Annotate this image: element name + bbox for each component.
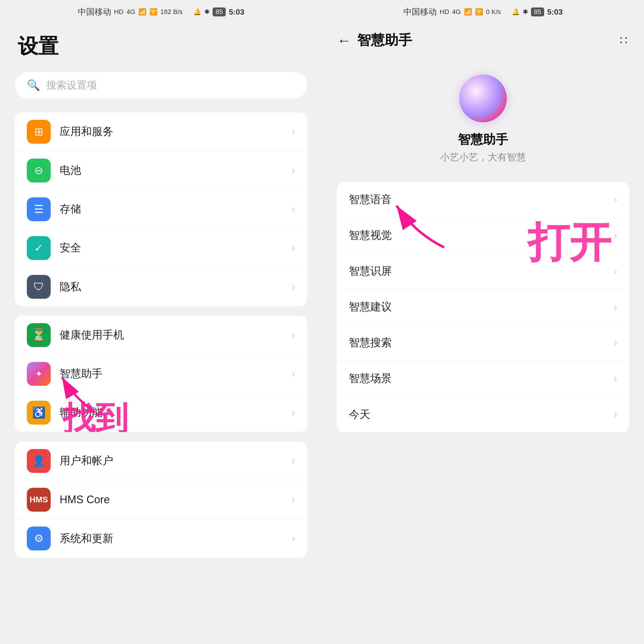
settings-item-assistant[interactable]: ✦ 智慧助手 ›	[15, 354, 307, 393]
voice-label: 智慧语音	[349, 192, 614, 207]
assistant-orb	[459, 75, 507, 122]
left-status-text: 中国移动HD 4G 📶 🛜 182 B/s 🔔 ✱ 85 5:03	[78, 6, 244, 18]
back-icon: ←	[337, 32, 351, 49]
battery-chevron: ›	[292, 164, 295, 177]
privacy-icon: 🛡	[27, 275, 51, 299]
vision-label: 智慧视觉	[349, 228, 614, 243]
today-label: 今天	[349, 407, 614, 422]
hms-chevron: ›	[292, 493, 295, 506]
assistant-icon: ✦	[27, 362, 51, 386]
back-button[interactable]: ←	[337, 32, 351, 49]
more-icon: ∷	[620, 34, 629, 47]
right-nav: ← 智慧助手 ∷	[322, 24, 644, 57]
security-label: 安全	[60, 241, 292, 255]
today-chevron: ›	[614, 408, 617, 421]
assistant-chevron: ›	[292, 368, 295, 380]
more-button[interactable]: ∷	[620, 33, 629, 47]
vision-chevron: ›	[614, 229, 617, 242]
apps-chevron: ›	[292, 126, 295, 138]
right-status-text: 中国移动HD 4G 📶 🛜 0 K/s 🔔 ✱ 85 5:03	[403, 6, 563, 18]
scene-label: 智慧场景	[349, 371, 614, 386]
system-label: 系统和更新	[60, 531, 292, 546]
account-chevron: ›	[292, 455, 295, 467]
account-icon: 👤	[27, 449, 51, 473]
settings-item-battery[interactable]: ⊖ 电池 ›	[15, 151, 307, 190]
scene-chevron: ›	[614, 372, 617, 385]
assistant-hero: 智慧助手 小艺小艺，大有智慧	[322, 57, 644, 179]
menu-item-voice[interactable]: 智慧语音 ›	[337, 182, 629, 218]
settings-group-1: ⊞ 应用和服务 › ⊖ 电池 › ☰ 存储 › ✓ 安全 ›	[15, 112, 307, 306]
apps-icon: ⊞	[27, 120, 51, 144]
menu-item-scene[interactable]: 智慧场景 ›	[337, 361, 629, 397]
screen-label: 智慧识屏	[349, 264, 614, 278]
menu-item-search[interactable]: 智慧搜索 ›	[337, 325, 629, 361]
apps-label: 应用和服务	[60, 124, 292, 139]
right-panel: 中国移动HD 4G 📶 🛜 0 K/s 🔔 ✱ 85 5:03 ← 智慧助手 ∷…	[322, 0, 644, 644]
accessibility-icon: ♿	[27, 401, 51, 425]
search-placeholder: 搜索设置项	[46, 78, 97, 92]
settings-item-privacy[interactable]: 🛡 隐私 ›	[15, 267, 307, 306]
assistant-hero-subtitle: 小艺小艺，大有智慧	[440, 151, 526, 164]
privacy-chevron: ›	[292, 281, 295, 293]
settings-item-hms[interactable]: HMS HMS Core ›	[15, 480, 307, 519]
system-chevron: ›	[292, 532, 295, 545]
accessibility-chevron: ›	[292, 406, 295, 419]
health-chevron: ›	[292, 329, 295, 341]
settings-item-accessibility[interactable]: ♿ 辅助功能 ›	[15, 393, 307, 432]
settings-item-account[interactable]: 👤 用户和帐户 ›	[15, 442, 307, 480]
settings-item-health[interactable]: ⏳ 健康使用手机 ›	[15, 316, 307, 354]
right-nav-title: 智慧助手	[357, 31, 412, 49]
left-panel: 中国移动HD 4G 📶 🛜 182 B/s 🔔 ✱ 85 5:03 设置 🔍 搜…	[0, 0, 322, 644]
security-chevron: ›	[292, 242, 295, 254]
hms-text: HMS	[30, 495, 48, 504]
battery-label: 电池	[60, 163, 292, 178]
health-label: 健康使用手机	[60, 328, 292, 342]
search-label: 智慧搜索	[349, 335, 614, 350]
storage-label: 存储	[60, 202, 292, 216]
assistant-menu: 打开 智慧语音 › 智慧视觉 › 智慧识屏 › 智慧建议 › 智慧搜索	[337, 182, 629, 432]
search-bar[interactable]: 🔍 搜索设置项	[15, 72, 307, 99]
security-icon: ✓	[27, 236, 51, 260]
system-icon: ⚙	[27, 527, 51, 550]
screen-chevron: ›	[614, 265, 617, 278]
health-icon: ⏳	[27, 323, 51, 347]
right-status-bar: 中国移动HD 4G 📶 🛜 0 K/s 🔔 ✱ 85 5:03	[322, 0, 644, 24]
storage-icon: ☰	[27, 197, 51, 221]
hms-label: HMS Core	[60, 493, 292, 506]
assistant-hero-name: 智慧助手	[458, 131, 508, 148]
account-label: 用户和帐户	[60, 453, 292, 468]
settings-item-storage[interactable]: ☰ 存储 ›	[15, 190, 307, 229]
battery-icon: ⊖	[27, 159, 51, 182]
menu-item-today[interactable]: 今天 ›	[337, 397, 629, 432]
settings-title: 设置	[0, 24, 322, 66]
menu-item-suggest[interactable]: 智慧建议 ›	[337, 289, 629, 325]
left-status-bar: 中国移动HD 4G 📶 🛜 182 B/s 🔔 ✱ 85 5:03	[0, 0, 322, 24]
suggest-chevron: ›	[614, 301, 617, 313]
settings-item-system[interactable]: ⚙ 系统和更新 ›	[15, 519, 307, 558]
search-chevron: ›	[614, 337, 617, 349]
storage-chevron: ›	[292, 203, 295, 216]
settings-group-3: 👤 用户和帐户 › HMS HMS Core › ⚙ 系统和更新 ›	[15, 442, 307, 558]
settings-item-apps[interactable]: ⊞ 应用和服务 ›	[15, 112, 307, 151]
menu-item-vision[interactable]: 智慧视觉 ›	[337, 218, 629, 253]
hms-icon: HMS	[27, 488, 51, 512]
search-icon: 🔍	[27, 79, 40, 92]
suggest-label: 智慧建议	[349, 300, 614, 314]
privacy-label: 隐私	[60, 280, 292, 294]
settings-group-2: ⏳ 健康使用手机 › ✦ 智慧助手 › ♿	[15, 316, 307, 432]
settings-item-security[interactable]: ✓ 安全 ›	[15, 229, 307, 267]
accessibility-label: 辅助功能	[60, 405, 292, 420]
voice-chevron: ›	[614, 193, 617, 206]
assistant-label: 智慧助手	[60, 366, 292, 381]
menu-item-screen[interactable]: 智慧识屏 ›	[337, 253, 629, 289]
